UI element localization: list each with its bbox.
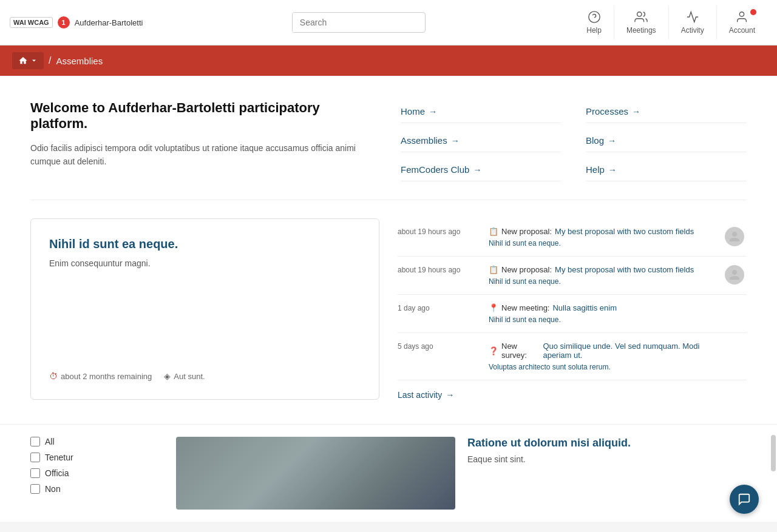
- feed-item: about 19 hours ago 📋 New proposal: My be…: [398, 218, 747, 257]
- assembly-image: [176, 437, 455, 510]
- lower-bottom: All Tenetur Officia Non Ratione ut dolor…: [0, 424, 777, 522]
- nav-item-meetings[interactable]: Meetings: [614, 5, 669, 39]
- filter-item-officia: Officia: [30, 468, 164, 478]
- activity-feed: about 19 hours ago 📋 New proposal: My be…: [398, 218, 747, 400]
- account-notification-dot: [750, 9, 756, 15]
- nav-link-home[interactable]: Home →: [401, 100, 562, 123]
- filter-checkbox-all[interactable]: [30, 437, 40, 446]
- breadcrumb-separator: /: [49, 55, 51, 66]
- card-title: Nihil id sunt ea neque.: [49, 237, 361, 251]
- assembly-info: Ratione ut dolorum nisi aliquid. Eaque s…: [467, 437, 747, 510]
- feed-type-0: 📋 New proposal: My best proposal with tw…: [489, 227, 719, 236]
- filter-checkbox-tenetur[interactable]: [30, 453, 40, 462]
- org-name: Aufderhar-Bartoletti: [75, 18, 143, 27]
- account-label: Account: [729, 26, 755, 35]
- chat-button[interactable]: [730, 485, 759, 514]
- filter-list: All Tenetur Officia Non: [30, 437, 164, 510]
- location: ◈ Aut sunt.: [164, 371, 205, 381]
- feed-org-3[interactable]: Voluptas architecto sunt soluta rerum.: [489, 363, 611, 371]
- filter-item-tenetur: Tenetur: [30, 453, 164, 462]
- assembly-image-placeholder: [176, 437, 455, 510]
- feed-content-0: 📋 New proposal: My best proposal with tw…: [489, 227, 719, 247]
- lower-section: Nihil id sunt ea neque. Enim consequuntu…: [30, 200, 747, 400]
- breadcrumb-home-button[interactable]: [12, 52, 44, 69]
- search-bar: [143, 12, 574, 33]
- feed-type-1: 📋 New proposal: My best proposal with tw…: [489, 265, 719, 274]
- nav-item-help[interactable]: Help: [574, 5, 614, 39]
- feed-link-2[interactable]: Nulla sagittis enim: [552, 303, 617, 312]
- feed-link-0[interactable]: My best proposal with two custom fields: [555, 227, 694, 236]
- svg-point-2: [588, 12, 599, 22]
- proposal-icon-1: 📋: [489, 265, 498, 274]
- welcome-left: Welcome to Aufderhar-Bartoletti particip…: [30, 100, 376, 181]
- feed-link-1[interactable]: My best proposal with two custom fields: [555, 265, 694, 274]
- arrow-icon: →: [446, 390, 454, 400]
- feed-time-3: 5 days ago: [398, 342, 483, 352]
- avatar-0: [725, 227, 744, 246]
- activity-label: Activity: [681, 26, 704, 35]
- svg-point-4: [637, 12, 642, 16]
- feed-content-1: 📋 New proposal: My best proposal with tw…: [489, 265, 719, 286]
- feed-time-1: about 19 hours ago: [398, 265, 483, 275]
- svg-point-5: [740, 12, 744, 16]
- card-description: Enim consequuntur magni.: [49, 258, 361, 268]
- search-button[interactable]: [402, 13, 412, 32]
- meetings-label: Meetings: [626, 26, 656, 35]
- nav-item-activity[interactable]: Activity: [669, 5, 717, 39]
- feed-item: 1 day ago 📍 New meeting: Nulla sagittis …: [398, 295, 747, 333]
- nav-link-blog[interactable]: Blog →: [586, 129, 747, 152]
- survey-icon: ❓: [489, 346, 498, 355]
- search-input[interactable]: [293, 13, 402, 32]
- filter-checkbox-non[interactable]: [30, 484, 40, 494]
- feed-item: about 19 hours ago 📋 New proposal: My be…: [398, 257, 747, 295]
- meeting-icon: 📍: [489, 303, 498, 312]
- proposal-card: Nihil id sunt ea neque. Enim consequuntu…: [30, 218, 379, 400]
- feed-type-3: ❓ New survey: Quo similique unde. Vel se…: [489, 342, 719, 360]
- filter-item-non: Non: [30, 484, 164, 494]
- avatar-1: [725, 265, 744, 285]
- nav-link-assemblies[interactable]: Assemblies →: [401, 129, 562, 152]
- nav-link-femcoders[interactable]: FemCoders Club →: [401, 158, 562, 181]
- feed-link-3[interactable]: Quo similique unde. Vel sed numquam. Mod…: [543, 342, 719, 360]
- nav-left: WAI WCAG 1 Aufderhar-Bartoletti: [10, 16, 143, 29]
- feed-time-2: 1 day ago: [398, 303, 483, 314]
- feed-org-1[interactable]: Nihil id sunt ea neque.: [489, 277, 561, 286]
- feed-content-2: 📍 New meeting: Nulla sagittis enim Nihil…: [489, 303, 719, 324]
- wcag-badge: WAI WCAG: [10, 17, 53, 28]
- proposal-icon-0: 📋: [489, 227, 498, 236]
- nav-right: Help Meetings Activity Account: [574, 5, 767, 39]
- notification-badge[interactable]: 1: [58, 16, 70, 29]
- nav-link-help[interactable]: Help →: [586, 158, 747, 181]
- welcome-nav-links: Home → Processes → Assemblies → Blog → F…: [401, 100, 747, 181]
- scrollbar[interactable]: [771, 435, 776, 471]
- welcome-title: Welcome to Aufderhar-Bartoletti particip…: [30, 100, 376, 132]
- assembly-title: Ratione ut dolorum nisi aliquid.: [467, 437, 747, 450]
- feed-time-0: about 19 hours ago: [398, 227, 483, 237]
- feed-type-2: 📍 New meeting: Nulla sagittis enim: [489, 303, 719, 312]
- nav-link-processes[interactable]: Processes →: [586, 100, 747, 123]
- welcome-section: Welcome to Aufderhar-Bartoletti particip…: [30, 100, 747, 200]
- welcome-description: Odio facilis adipisci tempora odit volup…: [30, 141, 376, 169]
- top-nav: WAI WCAG 1 Aufderhar-Bartoletti Help M: [0, 0, 777, 45]
- filter-checkbox-officia[interactable]: [30, 468, 40, 478]
- assembly-description: Eaque sint sint.: [467, 454, 747, 464]
- clock-icon: ⏱: [49, 371, 58, 381]
- card-meta: ⏱ about 2 months remaining ◈ Aut sunt.: [49, 371, 361, 381]
- last-activity-link[interactable]: Last activity →: [398, 380, 747, 400]
- feed-content-3: ❓ New survey: Quo similique unde. Vel se…: [489, 342, 719, 371]
- filter-item-all: All: [30, 437, 164, 446]
- location-icon: ◈: [164, 371, 171, 381]
- nav-item-account[interactable]: Account: [717, 5, 767, 39]
- breadcrumb-bar: / Assemblies: [0, 45, 777, 76]
- feed-item: 5 days ago ❓ New survey: Quo similique u…: [398, 333, 747, 380]
- feed-org-0[interactable]: Nihil id sunt ea neque.: [489, 239, 561, 247]
- feed-org-2[interactable]: Nihil id sunt ea neque.: [489, 315, 561, 324]
- breadcrumb-assemblies: Assemblies: [56, 56, 103, 66]
- main-content: Welcome to Aufderhar-Bartoletti particip…: [0, 76, 777, 424]
- search-container: [292, 12, 426, 33]
- help-label: Help: [586, 26, 602, 35]
- time-remaining: ⏱ about 2 months remaining: [49, 371, 152, 381]
